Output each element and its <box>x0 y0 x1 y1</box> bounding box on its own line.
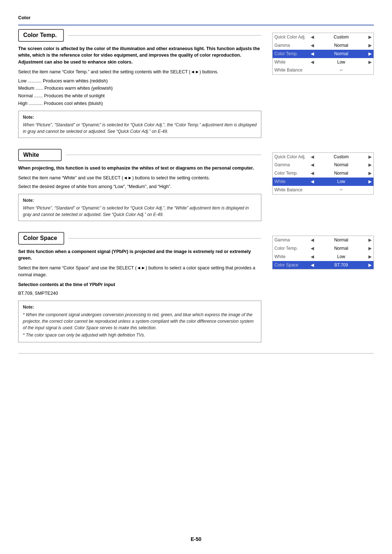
section-color-space-title: Color Space <box>18 232 64 244</box>
section-white-body: When projecting, this function is used t… <box>18 165 261 221</box>
white-p2: Select the desired degree of white from … <box>18 183 261 190</box>
bottom-rule <box>18 353 374 354</box>
color-temp-note: Note: When “Picture”, “Standard” or “Dyn… <box>18 111 261 138</box>
menu-arrow-right-icon <box>367 186 373 194</box>
section-color-temp-title-bar: Color Temp. <box>18 29 261 41</box>
menu-row: White Balance ↵ <box>273 66 373 74</box>
menu-cell-label: Color Temp. <box>273 50 309 58</box>
menu-cell-label: Quick Color Adj. <box>273 153 309 161</box>
menu-arrow-right-icon: ▶ <box>367 33 373 41</box>
section-color-space-title-bar: Color Space <box>18 232 261 244</box>
section-color-space-title-line <box>69 238 261 239</box>
section-color-temp-body: The screen color is affected by the colo… <box>18 45 261 138</box>
list-item: Normal ....... Produces the white of sun… <box>18 93 261 99</box>
color-temp-p1: Select the item name “Color Temp.” and s… <box>18 69 261 76</box>
menu-cell-label: White Balance <box>273 66 309 74</box>
menu-cell-label: Color Space <box>273 261 309 269</box>
section-white-title-line <box>66 155 261 155</box>
menu-row: Color Temp. ◀ Normal ▶ <box>273 244 373 253</box>
color-temp-intro: The screen color is affected by the colo… <box>18 45 261 66</box>
section-color-temp: Color Temp. The screen color is affected… <box>18 29 374 138</box>
color-temp-note-label: Note: <box>23 114 257 121</box>
menu-arrow-right-icon: ▶ <box>367 58 373 66</box>
section-color-space: Color Space Set this function when a com… <box>18 232 374 342</box>
list-item: Medium ...... Produces warm whites (yell… <box>18 85 261 92</box>
section-color-space-body: Set this function when a component signa… <box>18 248 261 343</box>
menu-cell-value: Low <box>316 253 367 261</box>
section-color-space-right: Gamma ◀ Normal ▶ Color Temp. ◀ Normal ▶ … <box>272 236 374 342</box>
menu-row: Gamma ◀ Normal ▶ <box>273 41 373 50</box>
color-space-menu: Gamma ◀ Normal ▶ Color Temp. ◀ Normal ▶ … <box>272 236 374 269</box>
menu-cell-value: Normal <box>316 41 367 50</box>
menu-arrow-right-icon: ▶ <box>367 261 373 269</box>
section-white-title: White <box>18 149 62 161</box>
menu-cell-value: Normal <box>316 50 367 58</box>
menu-arrow-left-icon: ◀ <box>309 244 316 253</box>
color-temp-list: Low ........... Produces warm whites (re… <box>18 78 261 107</box>
color-space-menu-table: Gamma ◀ Normal ▶ Color Temp. ◀ Normal ▶ … <box>273 236 373 269</box>
color-temp-note-text: When “Picture”, “Standard” or “Dynamic” … <box>23 122 257 135</box>
menu-row: Gamma ◀ Normal ▶ <box>273 236 373 244</box>
menu-row: Quick Color Adj. ◀ Custom ▶ <box>273 153 373 161</box>
menu-cell-enter: ↵ <box>316 66 367 74</box>
menu-cell-label: White <box>273 58 309 66</box>
menu-arrow-left-icon: ◀ <box>309 58 316 66</box>
menu-arrow-right-icon: ▶ <box>367 41 373 50</box>
top-rule <box>18 25 374 25</box>
menu-arrow-right-icon: ▶ <box>367 236 373 244</box>
menu-cell-label: White <box>273 178 309 186</box>
list-item: Low ........... Produces warm whites (re… <box>18 78 261 85</box>
menu-cell-label: Quick Color Adj. <box>273 33 309 41</box>
section-white-title-bar: White <box>18 149 261 161</box>
menu-arrow-left-icon: ◀ <box>309 33 316 41</box>
menu-cell-label: Color Temp. <box>273 169 309 178</box>
white-note-text: When “Picture”, “Standard” or “Dynamic” … <box>23 205 257 218</box>
color-space-note: Note: * When the component signal underg… <box>18 301 261 342</box>
menu-arrow-left-icon: ◀ <box>309 161 316 169</box>
menu-cell-label: White Balance <box>273 186 309 194</box>
white-note-label: Note: <box>23 197 257 204</box>
menu-row: Gamma ◀ Normal ▶ <box>273 161 373 169</box>
menu-cell-label: White <box>273 253 309 261</box>
menu-arrow-left-icon <box>309 66 316 74</box>
menu-arrow-right-icon: ▶ <box>367 253 373 261</box>
menu-row: Quick Color Adj. ◀ Custom ▶ <box>273 33 373 41</box>
menu-row-highlighted: White ◀ Low ▶ <box>273 178 373 186</box>
menu-arrow-left-icon: ◀ <box>309 236 316 244</box>
menu-cell-value: BT.709 <box>316 261 367 269</box>
list-item: High ........... Produces cool whites (b… <box>18 100 261 107</box>
menu-cell-enter: ↵ <box>316 186 367 194</box>
menu-arrow-left-icon <box>309 186 316 194</box>
menu-row-highlighted: Color Temp. ◀ Normal ▶ <box>273 50 373 58</box>
color-space-selection-label: Selection contents at the time of YPbPr … <box>18 281 261 288</box>
menu-row: White Balance ↵ <box>273 186 373 194</box>
menu-cell-value: Normal <box>316 244 367 253</box>
color-space-note-item-1: * The color space can only be adjusted w… <box>23 332 257 338</box>
section-color-space-left: Color Space Set this function when a com… <box>18 232 261 342</box>
menu-row: Color Temp. ◀ Normal ▶ <box>273 169 373 178</box>
page-header: Color <box>18 15 374 21</box>
color-temp-menu-table: Quick Color Adj. ◀ Custom ▶ Gamma ◀ Norm… <box>273 33 373 74</box>
white-note: Note: When “Picture”, “Standard” or “Dyn… <box>18 194 261 221</box>
menu-arrow-left-icon: ◀ <box>309 41 316 50</box>
menu-row-highlighted: Color Space ◀ BT.709 ▶ <box>273 261 373 269</box>
menu-cell-label: Gamma <box>273 41 309 50</box>
menu-arrow-right-icon: ▶ <box>367 161 373 169</box>
menu-cell-value: Custom <box>316 33 367 41</box>
color-space-selection-values: BT.709, SMPTE240 <box>18 290 261 297</box>
menu-cell-value: Normal <box>316 169 367 178</box>
menu-cell-value: Normal <box>316 236 367 244</box>
menu-arrow-left-icon: ◀ <box>309 50 316 58</box>
color-space-note-item-0: * When the component signal undergoes co… <box>23 311 257 331</box>
white-menu-table: Quick Color Adj. ◀ Custom ▶ Gamma ◀ Norm… <box>273 153 373 194</box>
white-p1: Select the item name “White” and use the… <box>18 175 261 182</box>
menu-row: White ◀ Low ▶ <box>273 253 373 261</box>
section-white: White When projecting, this function is … <box>18 149 374 221</box>
color-temp-menu: Quick Color Adj. ◀ Custom ▶ Gamma ◀ Norm… <box>272 33 374 75</box>
menu-arrow-left-icon: ◀ <box>309 253 316 261</box>
color-space-p1: Select the item name “Color Space” and u… <box>18 265 261 278</box>
color-space-note-label: Note: <box>23 304 257 310</box>
menu-arrow-right-icon <box>367 66 373 74</box>
menu-row: White ◀ Low ▶ <box>273 58 373 66</box>
section-color-temp-right: Quick Color Adj. ◀ Custom ▶ Gamma ◀ Norm… <box>272 33 374 138</box>
